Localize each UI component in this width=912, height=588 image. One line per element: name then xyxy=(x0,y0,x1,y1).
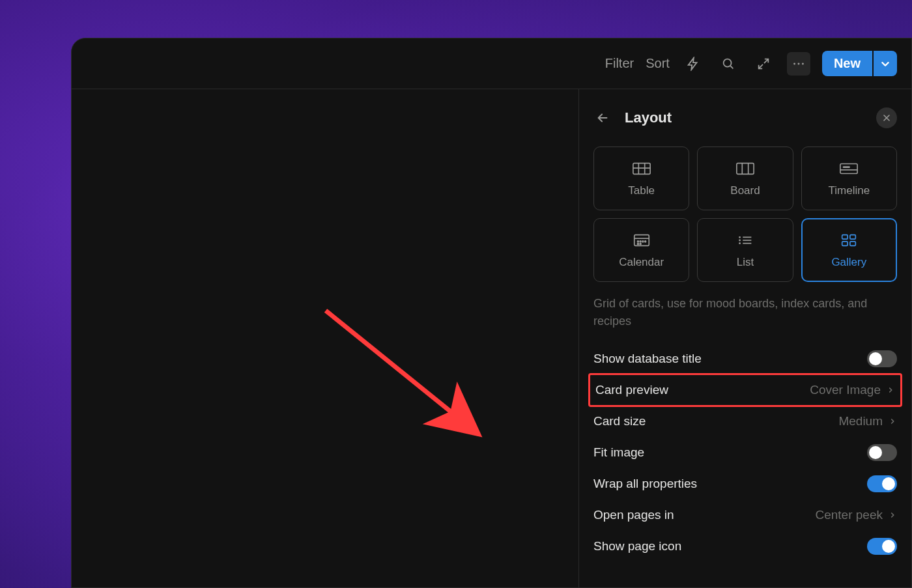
back-button[interactable] xyxy=(593,109,612,127)
view-tile-board[interactable]: Board xyxy=(697,147,793,210)
toolbar: Filter Sort New xyxy=(72,38,911,89)
option-fit-image[interactable]: Fit image xyxy=(593,437,897,468)
search-icon[interactable] xyxy=(717,52,740,76)
svg-point-15 xyxy=(640,244,641,245)
close-button[interactable] xyxy=(876,107,897,128)
svg-rect-19 xyxy=(842,235,848,240)
option-show-page-icon[interactable]: Show page icon xyxy=(593,531,897,562)
svg-point-0 xyxy=(724,59,732,66)
option-label: Fit image xyxy=(593,445,644,460)
expand-icon[interactable] xyxy=(752,52,775,76)
view-tile-list[interactable]: List xyxy=(697,218,793,282)
view-tile-label: List xyxy=(737,256,754,269)
svg-rect-5 xyxy=(633,163,650,175)
new-dropdown-button[interactable] xyxy=(874,51,897,76)
svg-point-11 xyxy=(640,241,641,242)
svg-point-2 xyxy=(797,63,799,64)
option-label: Wrap all properties xyxy=(593,477,697,491)
svg-point-13 xyxy=(644,241,646,242)
option-card-size[interactable]: Card size Medium xyxy=(593,406,897,437)
new-button[interactable]: New xyxy=(822,51,872,76)
svg-point-1 xyxy=(793,63,795,64)
option-value: Center peek xyxy=(815,508,897,522)
lightning-icon[interactable] xyxy=(681,52,705,76)
option-open-pages-in[interactable]: Open pages in Center peek xyxy=(593,499,897,531)
filter-button[interactable]: Filter xyxy=(605,56,634,71)
svg-point-12 xyxy=(642,241,644,242)
view-tile-calendar[interactable]: Calendar xyxy=(593,218,689,282)
view-tile-label: Table xyxy=(628,184,655,197)
svg-rect-20 xyxy=(850,235,855,240)
view-tile-label: Calendar xyxy=(619,256,664,269)
app-window: Filter Sort New xyxy=(71,38,912,588)
option-wrap-all-properties[interactable]: Wrap all properties xyxy=(593,468,897,499)
option-show-database-title[interactable]: Show database title xyxy=(593,343,897,374)
new-button-group: New xyxy=(822,51,897,76)
option-label: Card size xyxy=(593,414,646,428)
view-tile-label: Gallery xyxy=(831,256,866,269)
svg-rect-9 xyxy=(634,235,649,246)
toggle-fit-image[interactable] xyxy=(867,444,897,461)
view-tile-table[interactable]: Table xyxy=(593,147,689,210)
option-label: Card preview xyxy=(595,383,668,397)
toggle-show-page-icon[interactable] xyxy=(867,538,897,555)
panel-title: Layout xyxy=(625,109,863,126)
svg-rect-22 xyxy=(850,242,855,246)
annotation-arrow xyxy=(319,304,502,454)
option-label: Show database title xyxy=(593,352,702,366)
svg-point-3 xyxy=(802,63,804,64)
svg-rect-6 xyxy=(737,163,754,175)
chevron-right-icon xyxy=(888,511,897,520)
toggle-show-database-title[interactable] xyxy=(867,350,897,367)
svg-rect-8 xyxy=(843,166,850,168)
option-card-preview[interactable]: Card preview Cover Image xyxy=(588,373,902,407)
chevron-right-icon xyxy=(886,385,895,395)
view-tile-label: Timeline xyxy=(829,184,870,197)
view-type-grid: Table Board Timeline Calendar List xyxy=(593,147,897,282)
view-tile-timeline[interactable]: Timeline xyxy=(801,147,897,210)
svg-point-16 xyxy=(739,236,741,238)
svg-rect-21 xyxy=(842,242,848,246)
view-tile-gallery[interactable]: Gallery xyxy=(801,218,897,282)
svg-point-10 xyxy=(637,241,638,242)
chevron-right-icon xyxy=(888,417,897,426)
option-label: Show page icon xyxy=(593,539,681,553)
svg-rect-7 xyxy=(840,164,857,174)
more-icon[interactable] xyxy=(787,52,810,76)
main-canvas xyxy=(72,89,579,587)
toggle-wrap-all-properties[interactable] xyxy=(867,475,897,492)
svg-line-4 xyxy=(326,311,479,434)
view-description: Grid of cards, use for mood boards, inde… xyxy=(593,295,897,330)
svg-point-18 xyxy=(739,242,741,244)
svg-point-17 xyxy=(739,240,741,242)
svg-point-14 xyxy=(637,244,638,245)
option-label: Open pages in xyxy=(593,508,674,522)
view-tile-label: Board xyxy=(730,184,760,197)
option-value: Medium xyxy=(838,414,897,428)
sort-button[interactable]: Sort xyxy=(646,56,670,71)
layout-panel: Layout Table Board Timeline xyxy=(579,89,911,587)
option-value: Cover Image xyxy=(810,383,895,397)
